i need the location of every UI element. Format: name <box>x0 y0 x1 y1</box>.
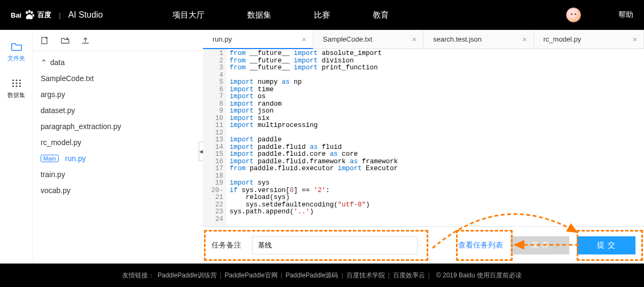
remark-label: 任务备注 <box>211 241 241 250</box>
svg-point-9 <box>19 83 20 84</box>
editor-tab[interactable]: SampleCode.txt× <box>313 30 424 49</box>
new-file-icon[interactable] <box>41 36 49 45</box>
submit-button[interactable]: 提交 <box>577 236 635 254</box>
folder-icon <box>11 42 22 51</box>
svg-point-3 <box>33 14 35 17</box>
nav-projects[interactable]: 项目大厅 <box>172 10 205 20</box>
main-badge: Main <box>41 155 59 162</box>
chevron-down-icon: ⌃ <box>41 58 46 67</box>
footer-link[interactable]: 百度效率云 <box>393 272 425 279</box>
close-icon[interactable]: × <box>522 35 527 44</box>
footer: 友情链接： PaddlePaddle训练营|PaddlePaddle官网|Pad… <box>0 264 644 287</box>
close-icon[interactable]: × <box>302 35 306 44</box>
svg-point-10 <box>12 85 13 87</box>
nav-competitions[interactable]: 比赛 <box>314 10 330 20</box>
upload-icon[interactable] <box>81 36 90 45</box>
file-item[interactable]: SampleCode.txt <box>33 70 203 86</box>
footer-link[interactable]: PaddlePaddle训练营 <box>158 272 217 279</box>
left-rail: 文件夹 数据集 <box>0 30 33 264</box>
view-tasks-link[interactable]: 查看任务列表 <box>458 241 503 250</box>
rail-files[interactable]: 文件夹 <box>7 42 25 62</box>
svg-point-1 <box>28 10 30 13</box>
nav-education[interactable]: 教育 <box>373 10 389 20</box>
code-editor[interactable]: 1 2 3 4 5 6 7 8 9 10 11 12 13 14 15 16 1… <box>203 49 644 226</box>
file-tree: ⌃ data SampleCode.txt args.py dataset.py… <box>33 51 203 264</box>
file-item[interactable]: train.py <box>33 166 203 182</box>
top-nav: 项目大厅 数据集 比赛 教育 <box>172 10 389 20</box>
svg-point-5 <box>15 79 17 81</box>
file-item[interactable]: paragraph_extraction.py <box>33 118 203 134</box>
editor-tab[interactable]: search.test.json× <box>423 30 534 49</box>
footer-link[interactable]: PaddlePaddle源码 <box>286 272 339 279</box>
rail-datasets[interactable]: 数据集 <box>7 78 25 99</box>
svg-point-0 <box>26 11 28 14</box>
close-icon[interactable]: × <box>633 35 637 44</box>
file-sidebar: ⌃ data SampleCode.txt args.py dataset.py… <box>33 30 203 264</box>
file-item[interactable]: dataset.py <box>33 102 203 118</box>
svg-point-12 <box>19 85 20 87</box>
file-item[interactable]: args.py <box>33 86 203 102</box>
ai-studio-text: AI Studio <box>68 10 103 20</box>
editor-tab[interactable]: run.py× <box>203 30 313 49</box>
footer-link[interactable]: PaddlePaddle官网 <box>225 272 278 279</box>
svg-point-4 <box>12 79 13 81</box>
svg-point-6 <box>19 79 20 81</box>
new-folder-icon[interactable] <box>61 36 69 45</box>
footer-copyright: © 2019 Baidu 使用百度前必读 <box>436 271 522 280</box>
dataset-icon <box>11 78 22 88</box>
line-gutter: 1 2 3 4 5 6 7 8 9 10 11 12 13 14 15 16 1… <box>203 49 226 226</box>
code-content[interactable]: from __future__ import absolute_importfr… <box>226 49 644 226</box>
save-button[interactable]: 保存 <box>511 236 569 254</box>
top-bar: Bai 百度 | AI Studio 项目大厅 数据集 比赛 教育 帮助 <box>0 0 644 30</box>
svg-point-7 <box>12 83 13 84</box>
editor-tab[interactable]: rc_model.py× <box>534 30 645 49</box>
baidu-text: Bai <box>11 11 21 19</box>
close-icon[interactable]: × <box>412 35 417 44</box>
nav-datasets[interactable]: 数据集 <box>247 10 271 20</box>
svg-point-2 <box>31 11 33 14</box>
file-item-main[interactable]: Main run.py <box>33 150 203 166</box>
avatar[interactable] <box>566 7 581 22</box>
file-item[interactable]: rc_model.py <box>33 134 203 150</box>
footer-link[interactable]: 百度技术学院 <box>347 272 385 279</box>
baidu-cn: 百度 <box>37 10 51 20</box>
collapse-sidebar-handle[interactable]: ◀ <box>199 142 203 161</box>
folder-data[interactable]: ⌃ data <box>33 54 203 70</box>
editor-tabs: run.py×SampleCode.txt×search.test.json×r… <box>203 30 644 49</box>
svg-point-8 <box>15 83 17 84</box>
sidebar-toolbar <box>33 30 203 51</box>
file-item[interactable]: vocab.py <box>33 182 203 198</box>
paw-icon <box>23 9 35 21</box>
footer-prefix: 友情链接： <box>122 271 154 280</box>
logo[interactable]: Bai 百度 | AI Studio <box>11 9 103 21</box>
svg-point-11 <box>15 85 17 87</box>
editor-area: ◀ run.py×SampleCode.txt×search.test.json… <box>203 30 644 264</box>
remark-input[interactable] <box>252 236 418 254</box>
help-link[interactable]: 帮助 <box>618 10 633 20</box>
action-bar: 任务备注 查看任务列表 保存 提交 <box>203 226 644 264</box>
